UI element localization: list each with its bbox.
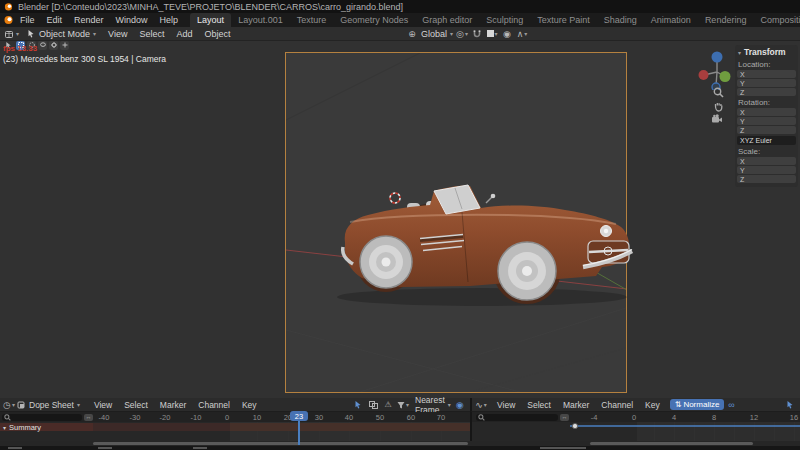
graph-editor-icon[interactable]: ∿▾ [475,399,487,411]
editor-type-icon[interactable] [3,28,15,40]
menu-help[interactable]: Help [154,13,185,27]
navigation-gizmo[interactable] [698,46,736,90]
axis-letter: X [740,158,745,165]
rotation-label: Rotation: [738,98,796,107]
zoom-icon[interactable] [712,86,724,98]
tab-sculpting[interactable]: Sculpting [479,13,530,27]
vp-menu-view[interactable]: View [102,27,133,41]
snap-chevron: ▾ [448,401,451,408]
dopesheet-editor-icon[interactable]: ◷▾ [3,399,15,411]
normalize-toggle[interactable]: ⇅ Normalize [670,399,725,410]
tab-texture[interactable]: Texture [290,13,334,27]
timeline-area: ◷▾ Dope Sheet ▾ View Select Marker Chann… [0,398,800,446]
rotation-x-field[interactable]: X [737,108,796,116]
transform-panel-header[interactable]: ▾ Transform [737,46,796,58]
ds-menu-select[interactable]: Select [118,398,154,412]
gizmo-x-axis[interactable] [699,70,709,80]
gr-menu-channel[interactable]: Channel [595,398,639,412]
graph-ruler[interactable]: ↔ -4 0 4 8 12 16 [470,412,800,422]
playhead[interactable] [298,421,300,445]
object-mode-label: Object Mode [39,29,90,39]
graph-search-input[interactable] [476,414,558,421]
tab-texture-paint[interactable]: Texture Paint [530,13,597,27]
gizmo-y-axis[interactable] [720,71,731,82]
show-hidden-icon[interactable] [367,399,379,411]
scale-y-field[interactable]: Y [737,166,796,174]
vp-menu-object[interactable]: Object [198,27,236,41]
rotation-y-field[interactable]: Y [737,117,796,125]
select-lasso-tool[interactable] [38,41,47,50]
location-x-field[interactable]: X [737,70,796,78]
summary-channel-row[interactable]: ▾ Summary [0,423,93,431]
falloff-dropdown[interactable]: ∧▾ [516,28,528,40]
menu-file[interactable]: File [14,13,41,27]
viewport-3d[interactable]: fps 13.33 (23) Mercedes benz 300 SL 1954… [0,41,800,398]
tab-animation[interactable]: Animation [644,13,698,27]
only-selected-icon[interactable] [352,399,364,411]
auto-normalize-icon[interactable]: ∞ [725,399,737,411]
menu-window[interactable]: Window [110,13,154,27]
keyframe-point[interactable] [572,423,577,428]
proportional-edit-icon[interactable]: ◉ [501,28,513,40]
dopesheet-keyframe-area[interactable]: ▾ Summary [0,422,470,441]
gr-menu-view[interactable]: View [491,398,521,412]
rotation-z-field[interactable]: Z [737,126,796,134]
tab-shading[interactable]: Shading [597,13,644,27]
pivot-point-icon[interactable]: ◎▾ [456,28,468,40]
move-tool[interactable] [60,41,69,50]
current-frame-badge[interactable]: 23 [290,411,308,421]
ds-menu-key[interactable]: Key [236,398,263,412]
graph-filter-button[interactable]: ↔ [560,414,569,421]
dopesheet-search-input[interactable] [2,414,82,421]
filter-funnel-icon[interactable]: ▾ [397,399,409,411]
gr-menu-marker[interactable]: Marker [557,398,595,412]
fcurve[interactable] [472,422,800,441]
snap-magnet-icon[interactable] [471,28,483,40]
cursor-tool[interactable] [49,41,58,50]
graph-scrollbar[interactable] [590,442,753,445]
ds-menu-channel[interactable]: Channel [192,398,236,412]
tab-layout[interactable]: Layout [190,13,231,27]
summary-expand-triangle[interactable]: ▾ [3,424,6,431]
tab-compositing[interactable]: Compositing [753,13,800,27]
editor-type-chevron[interactable]: ▾ [16,30,19,37]
show-errors-icon[interactable]: ⚠ [382,399,394,411]
camera-view-icon[interactable] [711,113,723,125]
gr-menu-select[interactable]: Select [521,398,557,412]
blender-menu-icon[interactable] [2,14,14,26]
camera-frame[interactable] [285,52,627,393]
tab-geometry-nodes[interactable]: Geometry Nodes [333,13,415,27]
menu-render[interactable]: Render [68,13,110,27]
snap-target-dropdown[interactable]: ▾ [486,28,498,40]
scale-x-field[interactable]: X [737,157,796,165]
dopesheet-mode-dropdown[interactable]: Dope Sheet ▾ [29,400,80,410]
orientation-dropdown[interactable]: Global ▾ [421,29,453,39]
orientation-label: Global [421,29,447,39]
location-y-field[interactable]: Y [737,79,796,87]
vp-menu-add[interactable]: Add [170,27,198,41]
ds-menu-marker[interactable]: Marker [154,398,192,412]
gr-only-selected-icon[interactable] [784,399,796,411]
ruler-tick: -4 [584,413,604,422]
tab-graph-editor[interactable]: Graph editor [415,13,479,27]
pan-hand-icon[interactable] [712,100,724,112]
workspace-tabs: Layout Layout.001 Texture Geometry Nodes… [190,13,800,27]
tab-rendering[interactable]: Rendering [698,13,754,27]
rotation-mode-dropdown[interactable]: XYZ Euler [737,136,796,145]
object-mode-dropdown[interactable]: Object Mode ▾ [39,29,96,39]
gr-menu-key[interactable]: Key [639,398,666,412]
scale-z-field[interactable]: Z [737,175,796,183]
object-mode-icon [25,28,37,40]
ds-menu-view[interactable]: View [88,398,118,412]
dopesheet-filter-button[interactable]: ↔ [84,414,93,421]
proportional-edit-toggle[interactable]: ◉ [454,399,466,411]
gizmo-z-axis[interactable] [712,52,723,63]
dopesheet-scrollbar[interactable] [93,442,468,445]
graph-curve-area[interactable] [470,422,800,441]
tab-layout-001[interactable]: Layout.001 [231,13,290,27]
menu-edit[interactable]: Edit [41,13,69,27]
dopesheet-ruler[interactable]: ↔ -40 -30 -20 -10 0 10 20 30 40 50 60 70 [0,412,470,422]
dopesheet-mode-icon[interactable] [15,399,27,411]
location-z-field[interactable]: Z [737,88,796,96]
vp-menu-select[interactable]: Select [133,27,170,41]
